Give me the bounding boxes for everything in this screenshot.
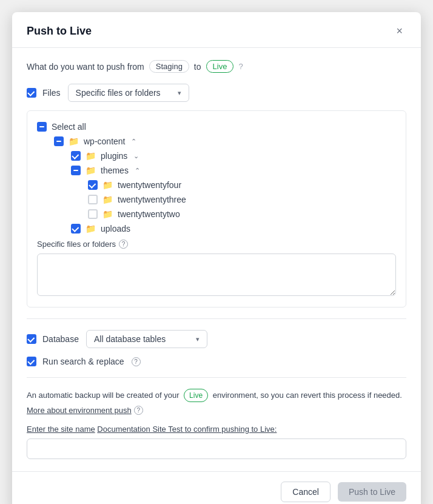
- push-arrow-text: to: [194, 62, 201, 72]
- toggle-plugins[interactable]: ⌄: [133, 152, 139, 160]
- database-section-row: Database All database tables ▾: [27, 330, 406, 348]
- database-checkbox-label[interactable]: Database: [27, 334, 79, 344]
- select-all-checkbox[interactable]: [37, 122, 47, 132]
- tree-row-twentytwentythree[interactable]: 📁 twentytwentythree: [37, 192, 396, 207]
- label-twentytwentythree: twentytwentythree: [118, 195, 186, 204]
- files-section-row: Files Specific files or folders ▾: [27, 84, 406, 102]
- search-replace-label: Run search & replace: [42, 357, 124, 366]
- cb-twentytwentythree[interactable]: [88, 195, 98, 204]
- tree-row-plugins[interactable]: 📁 plugins ⌄: [37, 149, 396, 163]
- push-help-icon[interactable]: ?: [238, 62, 243, 71]
- files-checkbox-label[interactable]: Files: [27, 88, 61, 98]
- tree-row-themes[interactable]: 📁 themes ⌃: [37, 163, 396, 178]
- specific-files-section: Specific files or folders ?: [37, 240, 396, 298]
- divider-1: [27, 318, 406, 319]
- specific-files-label-row: Specific files or folders ?: [37, 240, 396, 249]
- push-to-live-modal: Push to Live × What do you want to push …: [12, 12, 421, 504]
- database-label: Database: [42, 334, 79, 344]
- search-replace-checkbox[interactable]: [27, 357, 36, 366]
- staging-badge: Staging: [149, 60, 189, 73]
- search-replace-checkbox-label[interactable]: Run search & replace: [27, 357, 124, 366]
- label-themes: themes: [101, 166, 129, 175]
- label-plugins: plugins: [101, 151, 127, 161]
- divider-2: [27, 377, 406, 378]
- live-badge: Live: [206, 60, 234, 73]
- modal-header: Push to Live ×: [12, 12, 421, 48]
- modal-footer: Cancel Push to Live: [12, 471, 421, 504]
- modal-title: Push to Live: [27, 25, 92, 38]
- push-to-live-button[interactable]: Push to Live: [338, 482, 406, 502]
- database-dropdown-arrow: ▾: [196, 335, 200, 343]
- cb-twentytwentytwo[interactable]: [88, 209, 98, 219]
- specific-files-label: Specific files or folders: [37, 240, 116, 249]
- tree-row-wp-content[interactable]: 📁 wp-content ⌃: [37, 134, 396, 149]
- backup-info-text: An automatic backup will be created of y…: [27, 389, 406, 402]
- folder-icon-uploads: 📁: [86, 224, 96, 234]
- more-link-text[interactable]: More about environment push: [27, 406, 132, 415]
- search-replace-help-icon[interactable]: ?: [132, 357, 141, 366]
- files-dropdown-arrow: ▾: [178, 89, 181, 97]
- close-button[interactable]: ×: [392, 24, 406, 38]
- database-dropdown[interactable]: All database tables ▾: [86, 330, 207, 348]
- folder-icon-plugins: 📁: [86, 151, 96, 161]
- confirmation-prefix: Enter the site name: [27, 425, 95, 434]
- confirmation-suffix: to confirm pushing to Live:: [185, 425, 277, 434]
- toggle-wp-content[interactable]: ⌃: [131, 138, 136, 146]
- info-live-badge: Live: [184, 389, 208, 402]
- specific-files-textarea[interactable]: [37, 254, 396, 296]
- push-environment-row: What do you want to push from Staging to…: [27, 60, 406, 73]
- files-dropdown[interactable]: Specific files or folders ▾: [68, 84, 189, 102]
- more-link-help-icon[interactable]: ?: [134, 406, 143, 415]
- search-replace-row: Run search & replace ?: [27, 357, 406, 366]
- specific-files-help-icon[interactable]: ?: [119, 240, 128, 249]
- cb-themes[interactable]: [71, 166, 81, 175]
- tree-row-uploads[interactable]: 📁 uploads: [37, 221, 396, 236]
- files-label: Files: [42, 88, 61, 98]
- files-checkbox[interactable]: [27, 88, 36, 98]
- folder-icon-twentytwentyfour: 📁: [102, 180, 113, 190]
- cb-plugins[interactable]: [71, 151, 81, 161]
- confirmation-label: Enter the site name Documentation Site T…: [27, 425, 406, 434]
- push-prefix-text: What do you want to push from: [27, 62, 144, 72]
- file-tree-container: Select all 📁 wp-content ⌃ 📁 plugins ⌄ 📁: [27, 110, 406, 307]
- confirmation-input[interactable]: [27, 438, 406, 459]
- label-twentytwentytwo: twentytwentytwo: [118, 209, 180, 219]
- confirmation-site-name: Documentation Site Test: [97, 425, 184, 434]
- cb-wp-content[interactable]: [54, 136, 64, 146]
- folder-icon-themes: 📁: [86, 166, 96, 175]
- folder-icon-twentytwentythree: 📁: [102, 195, 113, 204]
- more-link-row: More about environment push ?: [27, 406, 406, 415]
- select-all-label: Select all: [52, 122, 86, 132]
- cancel-button[interactable]: Cancel: [281, 482, 331, 502]
- backup-text-suffix: environment, so you can revert this proc…: [213, 391, 402, 400]
- toggle-themes[interactable]: ⌃: [135, 167, 140, 175]
- database-checkbox[interactable]: [27, 334, 36, 344]
- cb-twentytwentyfour[interactable]: [88, 180, 98, 190]
- label-twentytwentyfour: twentytwentyfour: [118, 180, 181, 190]
- cb-uploads[interactable]: [71, 224, 81, 234]
- backup-text-prefix: An automatic backup will be created of y…: [27, 391, 179, 400]
- tree-row-twentytwentytwo[interactable]: 📁 twentytwentytwo: [37, 207, 396, 221]
- tree-row-twentytwentyfour[interactable]: 📁 twentytwentyfour: [37, 178, 396, 192]
- label-uploads: uploads: [101, 224, 130, 234]
- select-all-row[interactable]: Select all: [37, 119, 396, 134]
- files-dropdown-label: Specific files or folders: [76, 88, 161, 98]
- modal-body: What do you want to push from Staging to…: [12, 48, 421, 471]
- label-wp-content: wp-content: [84, 136, 125, 146]
- folder-icon-twentytwentytwo: 📁: [102, 209, 113, 219]
- folder-icon-wp-content: 📁: [69, 136, 79, 146]
- database-dropdown-label: All database tables: [94, 334, 166, 344]
